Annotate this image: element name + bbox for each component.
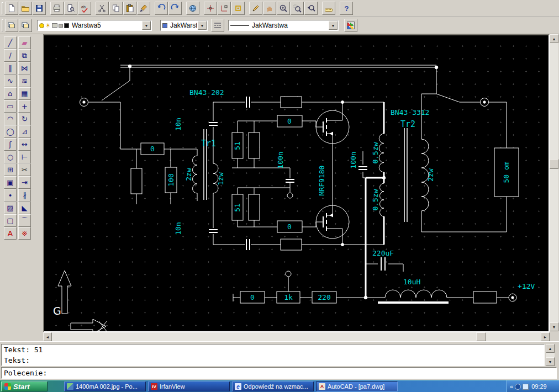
- match-properties-button[interactable]: [137, 2, 150, 15]
- save-button[interactable]: [33, 2, 46, 15]
- layer-on-icon[interactable]: [39, 23, 44, 28]
- break-tool[interactable]: ∦: [18, 189, 31, 202]
- canvas-horizontal-scrollbar[interactable]: ◄ ►: [43, 332, 550, 341]
- hatch-tool[interactable]: ▨: [4, 202, 17, 214]
- zoom-realtime-button[interactable]: [277, 2, 290, 15]
- layers-icon: [21, 21, 30, 30]
- start-button[interactable]: Start: [1, 382, 48, 391]
- command-history[interactable]: Tekst: 51 Tekst:: [1, 344, 545, 366]
- linetype-combo[interactable]: JakWarstwa ▼: [228, 20, 339, 31]
- print-preview-button[interactable]: [64, 2, 77, 15]
- taskbar-item-image-viewer[interactable]: 1400mA 002.jpg - Po...: [64, 382, 146, 391]
- command-scroll-down-button[interactable]: ▼: [546, 357, 555, 366]
- redraw-button[interactable]: [249, 2, 262, 15]
- svg-text:0: 0: [287, 117, 292, 125]
- layers-dialog-button[interactable]: [5, 19, 18, 32]
- new-button[interactable]: [5, 2, 18, 15]
- windows-taskbar: Start 1400mA 002.jpg - Po... IV IrfanVie…: [0, 380, 559, 392]
- zoom-window-button[interactable]: [291, 2, 304, 15]
- region-tool[interactable]: ▢: [4, 214, 17, 227]
- print-button[interactable]: [50, 2, 64, 15]
- circle-tool[interactable]: ◯: [4, 125, 17, 138]
- vertical-scroll-thumb[interactable]: [550, 159, 558, 169]
- scroll-left-button[interactable]: ◄: [43, 332, 52, 341]
- undo-button[interactable]: [155, 2, 168, 15]
- command-scroll-up-button[interactable]: ▲: [546, 344, 555, 353]
- redo-button[interactable]: [168, 2, 182, 15]
- erase-tool[interactable]: ▰: [18, 36, 31, 49]
- make-block-tool[interactable]: ▣: [4, 176, 17, 189]
- pan-realtime-button[interactable]: [263, 2, 276, 15]
- layer-freeze-icon[interactable]: ☀: [45, 23, 51, 29]
- layer-states-button[interactable]: [19, 19, 32, 32]
- chamfer-tool[interactable]: ◣: [18, 202, 31, 214]
- distance-button[interactable]: [322, 2, 335, 15]
- multiline-tool[interactable]: ∥: [4, 62, 17, 75]
- zoom-previous-button[interactable]: [304, 2, 318, 15]
- horizontal-scroll-thumb[interactable]: [476, 332, 486, 341]
- taskbar-item-irfanview[interactable]: IV IrfanView: [148, 382, 230, 391]
- tray-volume-icon[interactable]: [523, 384, 529, 390]
- tray-network-icon[interactable]: [515, 384, 521, 390]
- array-tool[interactable]: ▦: [18, 87, 31, 100]
- paste-button[interactable]: [123, 2, 136, 15]
- line-tool[interactable]: ╱: [4, 36, 17, 49]
- rectangle-tool[interactable]: ▭: [4, 100, 17, 113]
- drawing-canvas[interactable]: BN43-202 Tr1 BN43-3312 Tr2 MRF9180 0 100…: [44, 35, 549, 331]
- tray-expand-icon[interactable]: «: [510, 383, 513, 390]
- construction-line-tool[interactable]: ∕: [4, 49, 17, 62]
- scroll-up-button[interactable]: ▲: [550, 34, 558, 43]
- object-snap-button[interactable]: [231, 2, 245, 15]
- linetype-combo-arrow[interactable]: ▼: [329, 21, 337, 30]
- toolbar-grip[interactable]: [2, 19, 3, 31]
- offset-tool[interactable]: ≋: [18, 75, 31, 87]
- open-button[interactable]: [19, 2, 32, 15]
- taskbar-item-autocad[interactable]: A AutoCAD - [pa7.dwg]: [316, 382, 398, 391]
- help-button[interactable]: [340, 2, 353, 15]
- copy-object-tool[interactable]: ⧉: [18, 49, 31, 62]
- layer-lock-icon[interactable]: [59, 24, 63, 28]
- autocad-window: ☀ Warstwa5 ▼ JakWarstwa ▼ JakWarstwa ▼ ╱…: [0, 0, 559, 392]
- color-combo[interactable]: JakWarstwa ▼: [160, 20, 208, 31]
- command-scrollbar[interactable]: ▲ ▼: [546, 344, 555, 366]
- mirror-tool[interactable]: ⋈: [18, 62, 31, 75]
- temporary-tracking-button[interactable]: [204, 2, 217, 15]
- ellipse-tool[interactable]: ○: [4, 151, 17, 163]
- layer-combo-arrow[interactable]: ▼: [142, 21, 151, 30]
- multiline-text-tool[interactable]: A: [4, 227, 17, 240]
- polyline-tool[interactable]: ∿: [4, 75, 17, 87]
- properties-button[interactable]: [344, 19, 357, 32]
- copy-button[interactable]: [109, 2, 123, 15]
- svg-text:10n: 10n: [174, 222, 182, 235]
- label-mosfet: MRF9180: [318, 166, 326, 196]
- insert-hyperlink-button[interactable]: [186, 2, 199, 15]
- image-file-icon: [67, 383, 73, 390]
- canvas-vertical-scrollbar[interactable]: ▲ ▼: [550, 34, 558, 331]
- snap-from-button[interactable]: [218, 2, 231, 15]
- explode-tool[interactable]: ※: [18, 227, 31, 240]
- trim-tool[interactable]: ✂: [18, 163, 31, 176]
- layer-plot-icon[interactable]: [52, 23, 57, 28]
- color-combo-arrow[interactable]: ▼: [198, 21, 207, 30]
- fillet-tool[interactable]: ⌒: [18, 214, 31, 227]
- cut-button[interactable]: [96, 2, 109, 15]
- spline-tool[interactable]: ʃ: [4, 138, 17, 151]
- toolbar-grip[interactable]: [2, 2, 3, 14]
- layer-combo[interactable]: ☀ Warstwa5 ▼: [37, 20, 152, 31]
- scroll-right-button[interactable]: ►: [541, 332, 550, 341]
- insert-block-tool[interactable]: ⊞: [4, 163, 17, 176]
- scroll-down-button[interactable]: ▼: [550, 322, 558, 331]
- command-prompt[interactable]: Polecenie:: [1, 367, 557, 379]
- taskbar-item-browser[interactable]: e Odpowiedź na wzmac...: [232, 382, 314, 391]
- spelling-button[interactable]: [78, 2, 91, 15]
- stretch-tool[interactable]: ↔: [18, 138, 31, 151]
- linetype-dialog-button[interactable]: [211, 19, 224, 32]
- extend-tool[interactable]: ⇥: [18, 176, 31, 189]
- point-tool[interactable]: ∙: [4, 189, 17, 202]
- move-tool[interactable]: +: [18, 100, 31, 113]
- scale-tool[interactable]: ⊿: [18, 125, 31, 138]
- rotate-tool[interactable]: ↻: [18, 113, 31, 125]
- arc-tool[interactable]: ◠: [4, 113, 17, 125]
- polygon-tool[interactable]: ⌂: [4, 87, 17, 100]
- lengthen-tool[interactable]: ⊢: [18, 151, 31, 163]
